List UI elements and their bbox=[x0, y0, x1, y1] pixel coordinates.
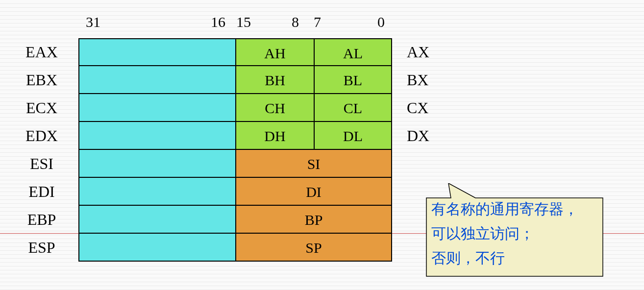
reg32-label: EBX bbox=[10, 66, 74, 94]
reg32-label: ECX bbox=[10, 94, 74, 122]
reg-upper-word bbox=[78, 206, 235, 234]
reg-high-byte: BH bbox=[235, 66, 314, 94]
reg16-label: AX bbox=[402, 38, 446, 66]
reg-low-byte: BL bbox=[314, 66, 392, 94]
reg-upper-word bbox=[78, 66, 235, 94]
reg-low-byte: AL bbox=[314, 38, 392, 66]
reg16-label: BX bbox=[402, 66, 446, 94]
reg-word: SP bbox=[235, 234, 392, 262]
reg32-label: ESP bbox=[10, 234, 74, 262]
reg16-label: DX bbox=[402, 122, 446, 150]
reg32-label: ESI bbox=[10, 150, 74, 178]
bit7-label: 7 bbox=[314, 14, 321, 30]
reg-upper-word bbox=[78, 122, 235, 150]
table-row: EDX DH DL DX bbox=[10, 122, 402, 150]
table-row: ESP SP bbox=[10, 234, 402, 262]
reg-upper-word bbox=[78, 38, 235, 66]
reg32-label: EDX bbox=[10, 122, 74, 150]
reg-upper-word bbox=[78, 94, 235, 122]
bit15-label: 15 bbox=[236, 14, 251, 30]
callout-line2: 可以独立访问； bbox=[431, 225, 534, 242]
bit-index-header: 31 16 15 8 7 0 bbox=[78, 10, 392, 34]
callout-line1: 有名称的通用寄存器， bbox=[431, 201, 578, 217]
table-row: EDI DI bbox=[10, 178, 402, 206]
table-row: EBX BH BL BX bbox=[10, 66, 402, 94]
reg16-label: CX bbox=[402, 94, 446, 122]
bit0-label: 0 bbox=[377, 14, 385, 30]
reg-low-byte: CL bbox=[314, 94, 392, 122]
reg-low-byte: DL bbox=[314, 122, 392, 150]
reg-word: DI bbox=[235, 178, 392, 206]
bit16-label: 16 bbox=[211, 14, 225, 30]
table-row: ESI SI bbox=[10, 150, 402, 178]
reg-word: SI bbox=[235, 150, 392, 178]
reg-high-byte: AH bbox=[235, 38, 314, 66]
table-row: EBP BP bbox=[10, 206, 402, 234]
callout-line3: 否则，不行 bbox=[431, 250, 505, 266]
bit8-label: 8 bbox=[292, 14, 299, 30]
table-row: ECX CH CL CX bbox=[10, 94, 402, 122]
annotation-callout: 有名称的通用寄存器， 可以独立访问； 否则，不行 bbox=[421, 183, 608, 274]
reg-upper-word bbox=[78, 178, 235, 206]
reg-upper-word bbox=[78, 150, 235, 178]
reg32-label: EBP bbox=[10, 206, 74, 234]
reg-word: BP bbox=[235, 206, 392, 234]
reg32-label: EDI bbox=[10, 178, 74, 206]
reg-upper-word bbox=[78, 234, 235, 262]
reg-high-byte: CH bbox=[235, 94, 314, 122]
reg32-label: EAX bbox=[10, 38, 74, 66]
bit31-label: 31 bbox=[86, 14, 100, 30]
reg-high-byte: DH bbox=[235, 122, 314, 150]
table-row: EAX AH AL AX bbox=[10, 38, 402, 66]
callout-text: 有名称的通用寄存器， 可以独立访问； 否则，不行 bbox=[431, 197, 578, 270]
